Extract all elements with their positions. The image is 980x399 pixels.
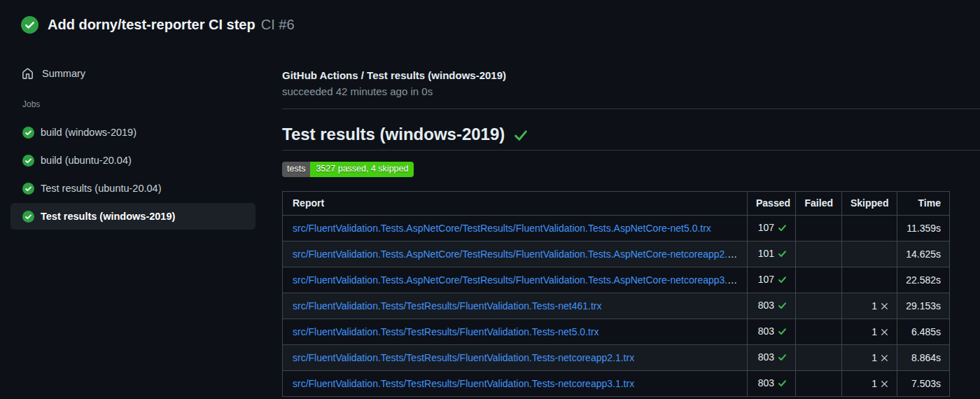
passed-check-icon	[778, 326, 787, 340]
passed-check-icon	[778, 222, 787, 236]
report-link[interactable]: src/FluentValidation.Tests.AspNetCore/Te…	[293, 223, 711, 234]
job-label: Test results (windows-2019)	[41, 211, 175, 222]
sidebar-item-build-windows-2019-[interactable]: build (windows-2019)	[10, 119, 255, 146]
passed-check-icon	[778, 351, 787, 365]
sidebar-item-test-results-windows-2019-[interactable]: Test results (windows-2019)	[10, 203, 255, 230]
time-cell: 7.503s	[897, 371, 950, 397]
passed-cell: 101	[748, 241, 796, 267]
skipped-cell: 1	[842, 345, 897, 371]
table-row: src/FluentValidation.Tests.AspNetCore/Te…	[283, 267, 950, 293]
skipped-cross-icon	[881, 377, 888, 391]
report-link[interactable]: src/FluentValidation.Tests/TestResults/F…	[293, 352, 634, 363]
check-circle-icon	[22, 155, 34, 167]
check-circle-icon	[22, 211, 34, 223]
success-check-icon	[513, 127, 528, 143]
skipped-cell	[842, 241, 897, 267]
report-link[interactable]: src/FluentValidation.Tests/TestResults/F…	[293, 300, 601, 312]
col-header-time: Time	[897, 192, 950, 216]
report-link[interactable]: src/FluentValidation.Tests/TestResults/F…	[293, 378, 634, 389]
main-content: GitHub Actions / Test results (windows-2…	[266, 49, 980, 397]
sidebar: Summary Jobs build (windows-2019) build …	[0, 49, 266, 397]
sidebar-item-summary[interactable]: Summary	[0, 66, 266, 81]
tests-badge-value: 3527 passed, 4 skipped	[310, 162, 414, 177]
time-cell: 14.625s	[897, 241, 950, 267]
col-header-skipped: Skipped	[842, 192, 897, 216]
test-results-table: Report Passed Failed Skipped Time src/Fl…	[282, 191, 950, 397]
failed-cell	[796, 319, 842, 345]
home-icon	[22, 68, 34, 80]
table-body: src/FluentValidation.Tests.AspNetCore/Te…	[283, 216, 950, 397]
sidebar-item-test-results-ubuntu-20.04-[interactable]: Test results (ubuntu-20.04)	[10, 175, 255, 202]
time-cell: 22.582s	[897, 267, 950, 293]
col-header-report: Report	[283, 192, 748, 216]
report-link[interactable]: src/FluentValidation.Tests/TestResults/F…	[293, 326, 599, 337]
table-header-row: Report Passed Failed Skipped Time	[283, 192, 950, 216]
job-label: Test results (ubuntu-20.04)	[41, 183, 161, 194]
skipped-cross-icon	[881, 326, 888, 340]
report-link[interactable]: src/FluentValidation.Tests.AspNetCore/Te…	[293, 248, 746, 260]
skipped-cell: 1	[842, 319, 897, 345]
passed-cell: 803	[748, 319, 796, 345]
summary-label: Summary	[42, 68, 85, 79]
report-link[interactable]: src/FluentValidation.Tests.AspNetCore/Te…	[293, 274, 746, 286]
run-status-check-circle-icon	[21, 16, 38, 34]
passed-check-icon	[778, 377, 787, 391]
tests-badge-label: tests	[282, 162, 310, 177]
passed-check-icon	[778, 248, 787, 262]
skipped-cell: 1	[842, 371, 897, 397]
skipped-cross-icon	[881, 351, 888, 365]
run-title: Add dorny/test-reporter CI step	[48, 17, 255, 33]
failed-cell	[796, 241, 842, 267]
check-circle-icon	[22, 183, 34, 195]
table-row: src/FluentValidation.Tests/TestResults/F…	[283, 371, 950, 397]
check-circle-icon	[22, 127, 34, 139]
tests-badge: tests 3527 passed, 4 skipped	[282, 162, 414, 177]
passed-cell: 803	[748, 345, 796, 371]
section-title-text: Test results (windows-2019)	[282, 125, 505, 144]
failed-cell	[796, 267, 842, 293]
job-list: build (windows-2019) build (ubuntu-20.04…	[0, 119, 266, 230]
table-row: src/FluentValidation.Tests/TestResults/F…	[283, 293, 950, 319]
failed-cell	[796, 293, 842, 319]
col-header-failed: Failed	[796, 192, 842, 216]
failed-cell	[796, 216, 842, 241]
failed-cell	[796, 345, 842, 371]
time-cell: 29.153s	[897, 293, 950, 319]
job-label: build (windows-2019)	[41, 127, 136, 138]
check-run-name: GitHub Actions / Test results (windows-2…	[282, 69, 980, 82]
run-header: Add dorny/test-reporter CI step CI #6	[0, 0, 980, 49]
time-cell: 8.864s	[897, 345, 950, 371]
passed-check-icon	[778, 300, 787, 314]
skipped-cell	[842, 216, 897, 241]
time-cell: 6.485s	[897, 319, 950, 345]
passed-cell: 803	[748, 293, 796, 319]
check-run-status: succeeded 42 minutes ago in 0s	[282, 85, 980, 98]
failed-cell	[796, 371, 842, 397]
sidebar-item-build-ubuntu-20.04-[interactable]: build (ubuntu-20.04)	[10, 147, 255, 174]
passed-cell: 107	[748, 267, 796, 293]
header-divider	[282, 108, 980, 109]
passed-check-icon	[778, 274, 787, 288]
run-number: CI #6	[261, 17, 295, 33]
skipped-cell: 1	[842, 293, 897, 319]
section-title: Test results (windows-2019)	[282, 125, 980, 150]
time-cell: 11.359s	[897, 216, 950, 241]
passed-cell: 107	[748, 216, 796, 241]
table-row: src/FluentValidation.Tests/TestResults/F…	[283, 345, 950, 371]
jobs-heading: Jobs	[22, 99, 266, 111]
passed-cell: 803	[748, 371, 796, 397]
table-row: src/FluentValidation.Tests.AspNetCore/Te…	[283, 241, 950, 267]
skipped-cross-icon	[881, 300, 888, 314]
table-row: src/FluentValidation.Tests.AspNetCore/Te…	[283, 216, 950, 241]
job-label: build (ubuntu-20.04)	[41, 155, 132, 166]
col-header-passed: Passed	[748, 192, 796, 216]
table-row: src/FluentValidation.Tests/TestResults/F…	[283, 319, 950, 345]
skipped-cell	[842, 267, 897, 293]
